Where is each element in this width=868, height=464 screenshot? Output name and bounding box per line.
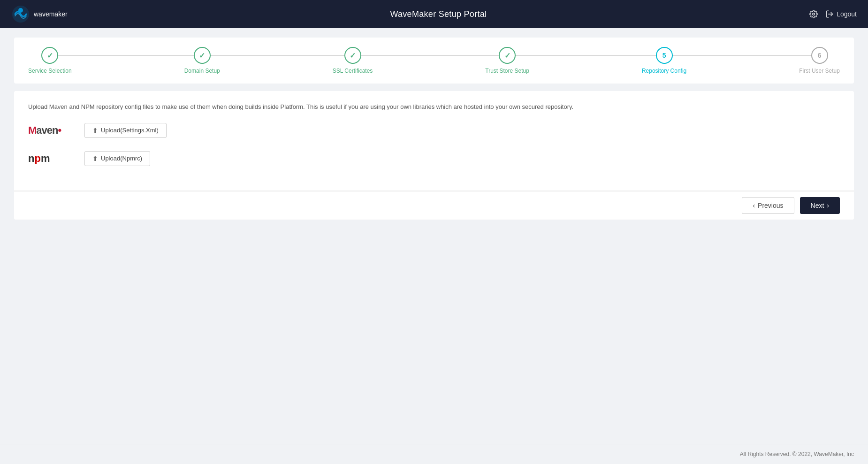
page-title: WaveMaker Setup Portal bbox=[390, 9, 487, 19]
step-5-label: Repository Config bbox=[642, 68, 686, 74]
svg-point-2 bbox=[813, 13, 815, 15]
gear-icon bbox=[809, 10, 818, 18]
next-button[interactable]: Next › bbox=[800, 197, 840, 214]
wavemaker-logo-icon bbox=[11, 5, 30, 23]
step-4-circle: ✓ bbox=[499, 47, 516, 64]
step-4-label: Trust Store Setup bbox=[485, 68, 529, 74]
npm-upload-button[interactable]: ⬆ Upload(Npmrc) bbox=[84, 151, 150, 166]
header-actions: Logout bbox=[809, 10, 857, 18]
step-1-circle: ✓ bbox=[41, 47, 58, 64]
content-panel: Upload Maven and NPM repository config f… bbox=[14, 91, 854, 190]
step-6-number: 6 bbox=[818, 52, 822, 59]
npm-upload-label: Upload(Npmrc) bbox=[101, 155, 142, 162]
npm-section: npm ⬆ Upload(Npmrc) bbox=[28, 151, 840, 166]
step-1-check: ✓ bbox=[47, 51, 53, 60]
next-label: Next bbox=[811, 202, 824, 209]
npm-logo-m2: m bbox=[41, 152, 50, 164]
navigation-bar: ‹ Previous Next › bbox=[14, 191, 854, 220]
step-5-number: 5 bbox=[662, 52, 666, 59]
step-4-check: ✓ bbox=[504, 51, 510, 60]
main-content: ✓ Service Selection ✓ Domain Setup ✓ SSL… bbox=[0, 28, 868, 444]
maven-logo-aven: aven bbox=[36, 124, 58, 136]
step-4: ✓ Trust Store Setup bbox=[485, 47, 529, 74]
maven-logo: Maven• bbox=[28, 124, 70, 137]
footer: All Rights Reserved. © 2022, WaveMaker, … bbox=[0, 444, 868, 464]
maven-upload-button[interactable]: ⬆ Upload(Settings.Xml) bbox=[84, 123, 167, 138]
step-3-label: SSL Certificates bbox=[333, 68, 373, 74]
panels-wrapper: Upload Maven and NPM repository config f… bbox=[14, 91, 854, 220]
step-2-label: Domain Setup bbox=[184, 68, 220, 74]
previous-chevron-icon: ‹ bbox=[753, 202, 755, 209]
step-6-label: First User Setup bbox=[799, 68, 840, 74]
previous-label: Previous bbox=[758, 202, 783, 209]
stepper: ✓ Service Selection ✓ Domain Setup ✓ SSL… bbox=[14, 38, 854, 84]
info-description: Upload Maven and NPM repository config f… bbox=[28, 102, 840, 112]
step-5-circle: 5 bbox=[656, 47, 673, 64]
step-2-check: ✓ bbox=[199, 51, 205, 60]
footer-text: All Rights Reserved. © 2022, WaveMaker, … bbox=[740, 451, 854, 457]
upload-icon-npm: ⬆ bbox=[92, 155, 98, 162]
maven-logo-m: M bbox=[28, 124, 36, 136]
settings-button[interactable] bbox=[809, 10, 818, 18]
step-2: ✓ Domain Setup bbox=[184, 47, 220, 74]
header: wavemaker WaveMaker Setup Portal Logout bbox=[0, 0, 868, 28]
step-5: 5 Repository Config bbox=[642, 47, 686, 74]
logout-button[interactable]: Logout bbox=[825, 10, 857, 18]
logout-icon bbox=[825, 10, 834, 18]
step-6: 6 First User Setup bbox=[799, 47, 840, 74]
svg-point-1 bbox=[18, 8, 23, 13]
maven-section: Maven• ⬆ Upload(Settings.Xml) bbox=[28, 123, 840, 138]
maven-logo-dot: • bbox=[58, 124, 61, 136]
logout-label: Logout bbox=[837, 10, 857, 18]
logo: wavemaker bbox=[11, 5, 68, 23]
maven-upload-label: Upload(Settings.Xml) bbox=[101, 127, 159, 134]
step-3: ✓ SSL Certificates bbox=[333, 47, 373, 74]
npm-logo-p: p bbox=[34, 152, 40, 164]
npm-logo: npm bbox=[28, 152, 70, 165]
next-chevron-icon: › bbox=[827, 202, 829, 209]
previous-button[interactable]: ‹ Previous bbox=[742, 197, 794, 214]
logo-text: wavemaker bbox=[34, 10, 68, 18]
step-6-circle: 6 bbox=[811, 47, 828, 64]
upload-icon-maven: ⬆ bbox=[92, 127, 98, 134]
step-3-check: ✓ bbox=[350, 51, 356, 60]
step-3-circle: ✓ bbox=[344, 47, 361, 64]
step-1: ✓ Service Selection bbox=[28, 47, 72, 74]
step-2-circle: ✓ bbox=[194, 47, 211, 64]
npm-logo-n: n bbox=[28, 152, 34, 164]
step-1-label: Service Selection bbox=[28, 68, 72, 74]
